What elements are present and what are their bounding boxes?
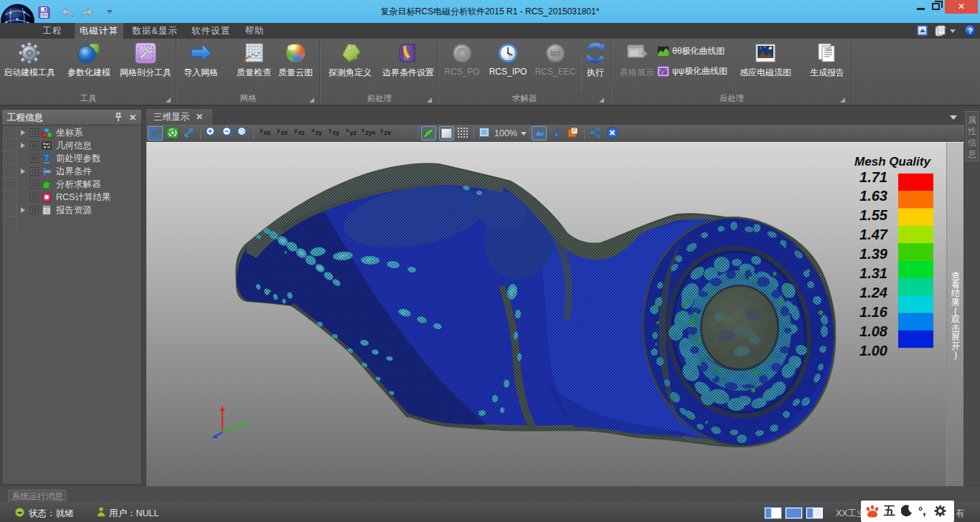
svg-text:Mesh Quality: Mesh Quality [854, 155, 931, 169]
svg-text:1.55: 1.55 [859, 207, 888, 223]
svg-text:1.00: 1.00 [859, 343, 887, 359]
svg-text:1.39: 1.39 [859, 246, 888, 262]
svg-text:1.24: 1.24 [859, 285, 887, 300]
svg-text:1.47: 1.47 [859, 227, 888, 242]
svg-text:1.16: 1.16 [859, 304, 888, 320]
svg-text:1.31: 1.31 [859, 265, 887, 281]
svg-text:1.63: 1.63 [859, 188, 887, 204]
svg-text:?: ? [968, 27, 973, 35]
svg-text:1.71: 1.71 [859, 169, 887, 185]
svg-text:1.08: 1.08 [859, 323, 888, 339]
